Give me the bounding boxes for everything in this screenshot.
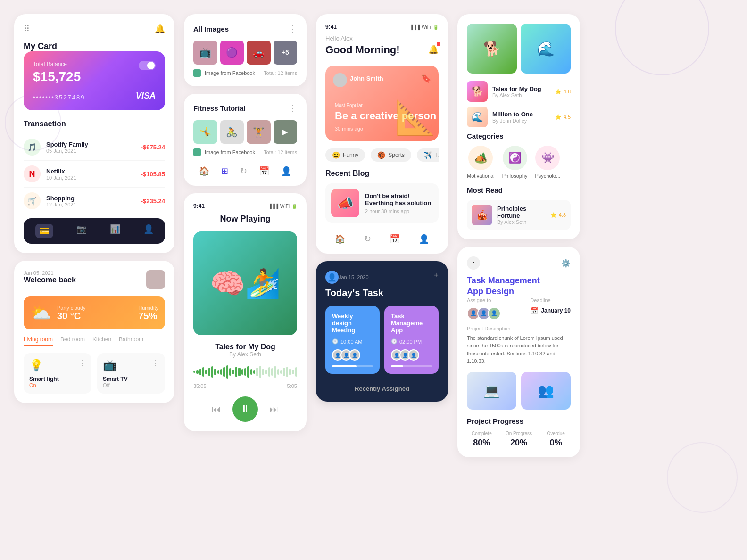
progress-stats: Complete 80% On Progress 20% Overdue 0% [467,431,571,448]
greeting-area: Hello Alex Good Morning! [325,35,400,64]
tmgmt-gear-icon[interactable]: ⚙️ [561,259,571,268]
sports-icon: 🏀 [377,151,385,159]
task-header-left: 👤 Jan 15, 2020 [325,271,369,286]
assign-label: Assigne to [467,297,501,303]
device-more-icon[interactable]: ⋮ [152,359,159,368]
proj-desc-text: The standard chunk of Lorem Ipsum used s… [467,334,571,365]
prev-button[interactable]: ⏮ [212,404,221,415]
calendar-icon: 📅 [530,307,538,314]
bnav-calendar[interactable]: 📅 [259,166,269,176]
blog-post-card: 📣 Don't be afraid! Everthing has solutio… [325,183,439,223]
funny-icon: 😄 [332,151,340,159]
pause-button[interactable]: ⏸ [232,396,258,422]
welcome-header: Jan 05, 2021 Welcome back [24,270,165,289]
book-info-2: Million to One By John Dolley [492,111,533,124]
fitness-source-icon [193,148,201,156]
statusbar: 9:41 ▐▐▐ WiFi 🔋 [193,203,297,209]
progress-stat-onprogress: On Progress 20% [504,431,534,448]
nav-wallet-icon[interactable]: 💳 [35,224,53,238]
onprogress-value: 20% [504,438,534,448]
player-controls: ⏮ ⏸ ⏭ [193,396,297,422]
source-text: Image from Facebook [205,70,260,76]
star-icon-2: ⭐ [555,114,562,120]
waveform [193,364,297,379]
cat-sports[interactable]: 🏀 Sports [371,148,411,162]
bnav-grid[interactable]: ⊞ [221,166,228,176]
blog-statusbar: 9:41 ▐▐▐ WiFi 🔋 [325,24,439,30]
welcome-date: Jan 05, 2021 [24,270,76,276]
tmgmt-prev-btn[interactable]: ‹ [467,256,480,270]
blog-widget: 9:41 ▐▐▐ WiFi 🔋 Hello Alex Good Morning!… [316,14,448,254]
device-more-icon[interactable]: ⋮ [78,359,86,368]
transaction-name: Spotify Family [46,141,135,148]
fitness-thumb-4: ▶ [274,120,298,144]
tmgmt-title: Task ManagementApp Design [467,275,571,297]
nav-profile-icon[interactable]: 👤 [143,224,154,238]
track-name: Tales for My Dog [193,343,297,351]
task-avatar-3: 👤 [349,349,360,361]
cat-travel[interactable]: ✈️ T... [417,148,439,162]
more-icon[interactable]: ⋮ [289,24,297,34]
book-cover-2: 🌊 [521,24,571,74]
widget-header: All Images ⋮ [193,24,297,34]
next-button[interactable]: ⏭ [269,404,279,415]
room-tab-kitchen[interactable]: Kitchen [92,336,111,346]
room-tab-bathroom[interactable]: Bathroom [119,336,143,346]
cat-motivational[interactable]: 🏕️ Motivational [467,146,495,179]
travel-label: T... [434,152,439,158]
transaction-amount: -$105.85 [141,171,165,178]
motivational-label: Motivational [467,173,495,179]
task-avatars-2: 👤 👤 👤 [391,349,432,361]
time-current: 35:05 [193,383,207,389]
hero-bookmark-icon[interactable]: 🔖 [421,73,431,83]
deadline-date: January 10 [541,307,571,314]
cat-philosophy[interactable]: ☯️ Philosophy [502,146,528,179]
category-grid: 🏕️ Motivational ☯️ Philosophy 👾 Psycholo… [467,146,571,179]
cat-funny[interactable]: 😄 Funny [325,148,365,162]
fitness-thumb-3: 🏋️ [247,120,271,144]
assign-avatar-3: 👤 [488,307,501,320]
proj-img-2: 👥 [521,372,571,410]
fitness-more-icon[interactable]: ⋮ [289,103,297,114]
psychology-label: Psycholo... [535,173,561,179]
image-thumb-4: +5 [274,41,298,65]
room-tab-bed[interactable]: Bed room [60,336,85,346]
smart-light-icon: 💡 [29,359,43,372]
task-add-button[interactable]: + [433,271,439,280]
task-card-app: Task Manageme App 🕑 02:00 PM 👤 👤 👤 [384,306,439,374]
book-item-cover-2: 🌊 [467,107,488,127]
notification-icon[interactable]: 🔔 [428,44,439,55]
psychology-icon: 👾 [535,146,560,170]
transaction-info: Shopping 12 Jan, 2021 [46,195,135,207]
nav-camera-icon[interactable]: 📷 [76,224,87,238]
books-widget: 🐕 🌊 🐕 Tales for My Dog By Alex Seth ⭐ 4.… [457,14,580,239]
blog-nav-user[interactable]: 👤 [419,234,429,244]
assign-row: Assigne to 👤 👤 👤 Deadline 📅 January 10 [467,297,571,320]
rating-value: 4.8 [564,89,571,94]
blog-nav-calendar[interactable]: 📅 [390,234,400,244]
bnav-user[interactable]: 👤 [281,166,291,176]
all-images-title: All Images [193,25,229,33]
motivational-icon: 🏕️ [468,146,493,170]
book-cover-1: 🐕 [467,24,517,74]
balance-toggle[interactable] [139,61,156,70]
blog-nav-home[interactable]: 🏠 [335,234,345,244]
image-thumb-3: 🚗 [247,41,271,65]
bnav-home[interactable]: 🏠 [199,166,209,176]
task-title: Today's Task [325,288,439,298]
blog-nav-refresh[interactable]: ↻ [364,234,371,244]
time-total: 5:05 [287,383,297,389]
welcome-title: Welcome back [24,276,76,284]
room-tab-living[interactable]: Living room [24,336,53,346]
task-time: 10:00 AM [340,339,362,345]
nav-chart-icon[interactable]: 📊 [110,224,120,238]
philosophy-label: Philosophy [502,173,528,179]
cat-psychology[interactable]: 👾 Psycholo... [535,146,561,179]
proj-progress-label: Project Progress [467,417,571,425]
bnav-refresh[interactable]: ↻ [240,166,247,176]
fitness-image-grid: 🤸 🚴 🏋️ ▶ [193,120,297,144]
weather-info: Party cloudy 30 °C [57,305,133,321]
visa-brand: VISA [136,91,156,101]
recently-label: Recently Assigned [325,381,439,392]
star-icon: ⭐ [555,89,562,95]
